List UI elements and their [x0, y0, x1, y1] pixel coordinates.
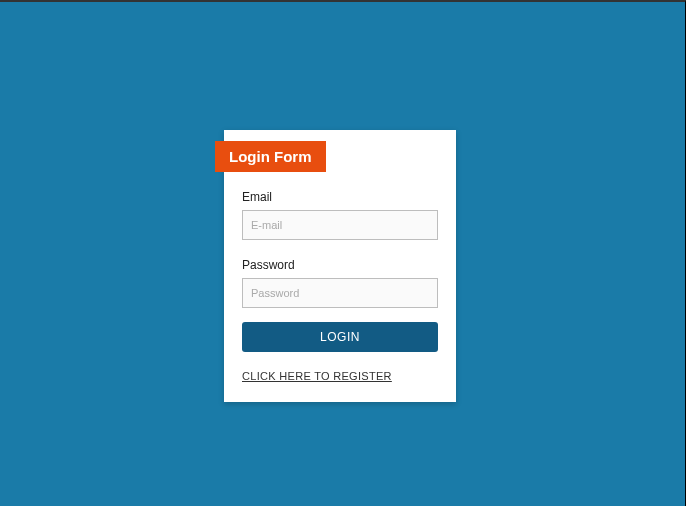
email-label: Email [242, 190, 438, 204]
password-label: Password [242, 258, 438, 272]
password-input[interactable] [242, 278, 438, 308]
form-title-badge: Login Form [215, 141, 326, 172]
email-input[interactable] [242, 210, 438, 240]
login-button[interactable]: LOGIN [242, 322, 438, 352]
register-link[interactable]: CLICK HERE TO REGISTER [242, 370, 392, 382]
